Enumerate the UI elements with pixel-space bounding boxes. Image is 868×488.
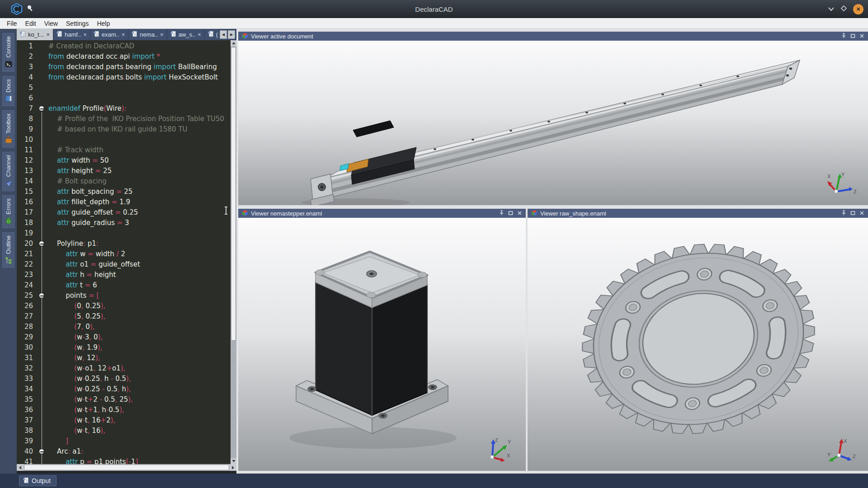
- scroll-down-icon[interactable]: [231, 458, 236, 464]
- close-icon[interactable]: ×: [83, 32, 87, 38]
- maximize-icon[interactable]: [850, 210, 855, 217]
- sidebar-item-outline[interactable]: Outline: [1, 231, 15, 269]
- sidebar-item-toolbox[interactable]: Toolbox: [1, 109, 15, 149]
- line-number: 13: [17, 166, 38, 176]
- sidebar-item-console[interactable]: Console: [1, 32, 15, 73]
- tab-scroll-left-icon[interactable]: ◀: [220, 30, 227, 39]
- fold-marker[interactable]: [39, 241, 44, 246]
- code-text: (w-t+1, h-0.5),: [48, 405, 231, 415]
- code-line: 25 points = [: [17, 291, 231, 301]
- fold-margin: [38, 197, 48, 207]
- editor-vertical-scrollbar[interactable]: [231, 40, 236, 464]
- tab-scroll-right-icon[interactable]: ▶: [228, 30, 235, 39]
- vertical-scrollbar-thumb[interactable]: [231, 47, 236, 341]
- script-icon: [94, 31, 99, 38]
- line-number: 38: [17, 426, 38, 436]
- fold-margin: [38, 228, 48, 239]
- sidebar-item-label: Outline: [5, 235, 12, 254]
- close-icon[interactable]: ×: [160, 32, 164, 38]
- menu-view[interactable]: View: [40, 18, 62, 29]
- fold-marker[interactable]: [39, 293, 44, 298]
- menu-settings[interactable]: Settings: [62, 18, 93, 29]
- code-text: (0, 0.25),: [48, 301, 231, 311]
- axis-z-label: Z: [495, 437, 498, 443]
- code-text: attr width = 50: [48, 155, 231, 166]
- chevron-down-icon[interactable]: [828, 5, 835, 13]
- close-icon[interactable]: [517, 210, 522, 217]
- maximize-diamond-icon[interactable]: [841, 5, 847, 13]
- viewer-raw-titlebar[interactable]: Viewer raw_shape.enaml: [528, 209, 868, 218]
- menu-file[interactable]: File: [3, 18, 21, 29]
- viewer-nema-3d-viewport[interactable]: Z Y X: [238, 218, 526, 471]
- code-line: 10: [17, 135, 231, 145]
- editor-tab[interactable]: nema..×: [128, 29, 167, 40]
- axis-y-label: Y: [827, 452, 831, 457]
- pin-icon[interactable]: [841, 210, 846, 217]
- close-icon[interactable]: [859, 210, 864, 217]
- axis-x-label: X: [827, 174, 831, 179]
- axis-z-label: Z: [854, 189, 857, 194]
- code-text: (7, 0),: [48, 322, 231, 332]
- fold-margin: [38, 72, 48, 83]
- toolbox-icon: [5, 136, 12, 145]
- line-number: 31: [17, 353, 38, 363]
- code-editor[interactable]: 1# Created in DeclaraCAD2from declaracad…: [17, 40, 236, 464]
- viewer-active-titlebar[interactable]: Viewer active document: [238, 32, 868, 41]
- editor-tab[interactable]: hamf..×: [53, 29, 90, 40]
- sidebar-item-channel[interactable]: Channel: [1, 151, 15, 192]
- line-number: 1: [17, 41, 38, 52]
- editor-horizontal-scrollbar[interactable]: [17, 464, 236, 471]
- line-number: 16: [17, 197, 38, 207]
- close-icon[interactable]: [859, 33, 864, 40]
- line-number: 27: [17, 311, 38, 322]
- close-window-button[interactable]: ×: [853, 4, 863, 14]
- viewer-active-3d-viewport[interactable]: X Y Z: [238, 41, 868, 205]
- sidebar-item-errors[interactable]: Errors: [1, 194, 15, 229]
- code-line: 12 attr width = 50: [17, 155, 231, 166]
- tab-scroll-buttons: ◀ ▶: [218, 29, 236, 40]
- line-number: 39: [17, 436, 38, 446]
- sidebar-item-docs[interactable]: Docs: [1, 75, 15, 108]
- close-icon[interactable]: ×: [122, 32, 125, 38]
- script-icon: [132, 31, 137, 38]
- line-number: 12: [17, 155, 38, 166]
- code-line: 31 (w, 12),: [17, 353, 231, 363]
- script-icon: [20, 31, 26, 38]
- script-icon: [57, 31, 62, 38]
- code-text: Arc: a1:: [48, 446, 231, 457]
- pin-icon[interactable]: [841, 33, 846, 40]
- code-text: (w-0.25 - 0.5, h),: [48, 384, 231, 394]
- code-text: ]: [48, 436, 231, 446]
- close-icon[interactable]: ×: [198, 32, 201, 38]
- output-button[interactable]: Output: [19, 475, 57, 486]
- sidebar-item-label: Docs: [5, 79, 12, 93]
- horizontal-scrollbar-thumb[interactable]: [24, 465, 229, 470]
- viewer-nema-titlebar[interactable]: Viewer nemastepper.enaml: [238, 209, 526, 218]
- code-line: 30 (w, 1.9),: [17, 343, 231, 353]
- code-line: 33 (w-0.25, h - 0.5),: [17, 374, 231, 384]
- viewer-raw-3d-viewport[interactable]: X Y Z: [528, 218, 868, 471]
- editor-tab[interactable]: ko_t...×: [17, 29, 53, 40]
- editor-tab[interactable]: aw_s..×: [167, 29, 205, 40]
- code-text: attr p = p1.points[-1]: [48, 457, 231, 464]
- code-text: attr w = width / 2: [48, 249, 231, 259]
- fold-marker[interactable]: [39, 106, 44, 111]
- maximize-icon[interactable]: [508, 210, 513, 217]
- fold-marker[interactable]: [39, 449, 44, 454]
- editor-tab[interactable]: (a×: [205, 29, 218, 40]
- code-text: (w, 12),: [48, 353, 231, 363]
- maximize-icon[interactable]: [850, 33, 855, 40]
- scroll-right-icon[interactable]: [230, 464, 236, 471]
- fold-margin: [38, 363, 48, 374]
- code-line: 20 Polyline: p1:: [17, 239, 231, 249]
- pin-icon[interactable]: [499, 210, 504, 217]
- code-line: 3from declaracad.parts.bearing import Ba…: [17, 62, 231, 72]
- editor-tab[interactable]: exam..×: [90, 29, 129, 40]
- menu-edit[interactable]: Edit: [21, 18, 40, 29]
- scroll-up-icon[interactable]: [231, 40, 236, 46]
- close-icon[interactable]: ×: [46, 32, 50, 38]
- scroll-left-icon[interactable]: [17, 464, 24, 471]
- fold-margin: [38, 41, 48, 52]
- menu-help[interactable]: Help: [93, 18, 114, 29]
- code-text: attr o1 = guide_offset: [48, 259, 231, 270]
